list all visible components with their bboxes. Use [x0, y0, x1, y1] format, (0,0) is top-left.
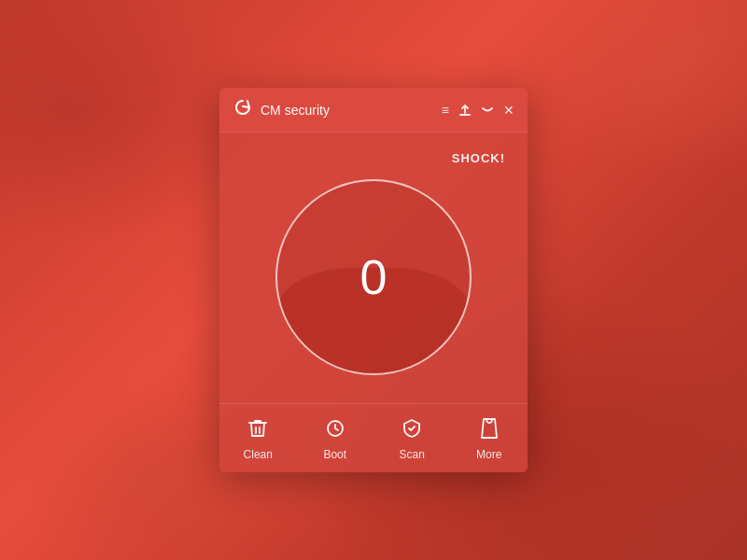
counter-value: 0 [360, 249, 388, 305]
shield-check-icon [401, 417, 423, 443]
title-actions: ≡ ✕ [442, 104, 514, 117]
nav-label-clean: Clean [244, 448, 273, 461]
nav-label-more: More [476, 448, 501, 461]
app-title: CM security [261, 103, 442, 118]
title-bar: CM security ≡ ✕ [219, 88, 528, 133]
menu-button[interactable]: ≡ [442, 104, 449, 117]
clock-icon [324, 417, 346, 443]
app-logo-icon [233, 97, 253, 122]
upload-button[interactable] [458, 104, 472, 117]
circle-gauge[interactable]: 0 [275, 179, 472, 375]
nav-item-more[interactable]: More [451, 413, 529, 465]
main-content: SHOCK! 0 [219, 133, 528, 403]
trash-icon [247, 417, 269, 443]
bottom-nav: Clean Boot Scan [219, 403, 528, 472]
nav-item-scan[interactable]: Scan [374, 413, 451, 465]
nav-label-scan: Scan [400, 448, 425, 461]
shock-label: SHOCK! [452, 151, 505, 165]
minimize-button[interactable] [481, 106, 494, 114]
nav-item-boot[interactable]: Boot [297, 413, 374, 465]
app-window: CM security ≡ ✕ SHOCK! 0 [219, 88, 528, 472]
close-button[interactable]: ✕ [503, 104, 514, 117]
bag-icon [478, 417, 500, 443]
nav-label-boot: Boot [323, 448, 346, 461]
nav-item-clean[interactable]: Clean [219, 413, 297, 465]
